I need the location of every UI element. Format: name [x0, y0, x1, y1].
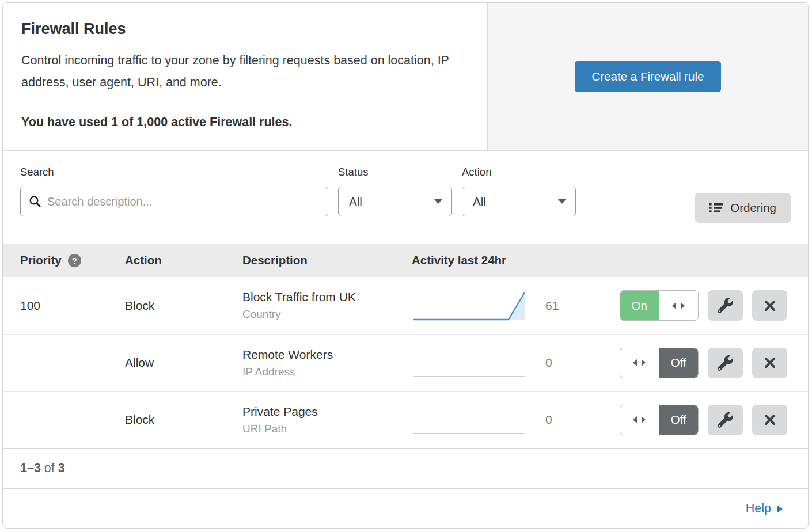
- toggle-state-label: On: [632, 299, 647, 313]
- status-selected-value: All: [349, 195, 362, 208]
- pagination-of-label: of: [41, 461, 58, 476]
- toggle-state-label: Off: [671, 356, 686, 370]
- wrench-icon: [718, 355, 733, 371]
- drag-handle-icon: [671, 301, 686, 310]
- drag-handle-icon: [632, 358, 647, 367]
- close-icon: [762, 355, 778, 371]
- description-cell: Private Pages URI Path: [242, 405, 412, 435]
- activity-count: 0: [545, 356, 571, 370]
- table-body: 100 Block Block Traffic from UK Country …: [3, 277, 808, 448]
- page-title: Firewall Rules: [21, 20, 469, 38]
- column-action: Action: [125, 253, 242, 267]
- table-row: Block Private Pages URI Path 0 Off: [3, 391, 808, 448]
- help-link-label: Help: [746, 501, 771, 516]
- enable-toggle[interactable]: Off Off: [620, 405, 699, 435]
- rule-type: IP Address: [242, 366, 412, 378]
- activity-cell: 0: [412, 345, 620, 381]
- activity-sparkline: [412, 345, 527, 381]
- rule-type: Country: [242, 308, 412, 321]
- page-description: Control incoming traffic to your zone by…: [21, 50, 464, 93]
- status-label: Status: [338, 166, 452, 178]
- intro-panel: Firewall Rules Control incoming traffic …: [3, 3, 487, 150]
- activity-sparkline: [412, 402, 527, 438]
- rule-type: URI Path: [242, 423, 412, 435]
- action-group: Action All: [462, 166, 576, 244]
- toggle-state-label: Off: [671, 413, 686, 427]
- toggle-on-segment[interactable]: On: [620, 291, 659, 320]
- search-input[interactable]: [47, 195, 320, 208]
- action-label: Action: [462, 166, 576, 178]
- action-cell: Allow: [125, 356, 242, 370]
- drag-handle-icon: [632, 415, 647, 424]
- action-cell: Block: [125, 413, 242, 427]
- page-header: Firewall Rules Control incoming traffic …: [3, 3, 808, 151]
- activity-cell: 61: [412, 288, 620, 324]
- enable-toggle[interactable]: Off Off: [620, 348, 699, 378]
- activity-count: 0: [545, 413, 571, 427]
- status-select[interactable]: All: [338, 187, 452, 216]
- filter-bar: Search Status All Action All: [3, 151, 808, 244]
- list-ordering-icon: [709, 202, 723, 214]
- help-link[interactable]: Help: [746, 501, 783, 516]
- chevron-down-icon: [434, 199, 442, 204]
- action-selected-value: All: [473, 195, 486, 208]
- table-header: Priority ? Action Description Activity l…: [3, 244, 808, 277]
- column-description: Description: [242, 253, 412, 267]
- rule-name: Remote Workers: [242, 348, 412, 362]
- help-bar: Help: [3, 488, 808, 528]
- wrench-icon: [718, 412, 733, 428]
- ordering-button-label: Ordering: [730, 201, 776, 215]
- pagination-range: 1–3: [20, 461, 41, 476]
- wrench-icon: [718, 298, 733, 313]
- ordering-button[interactable]: Ordering: [695, 193, 791, 223]
- edit-rule-button[interactable]: [708, 348, 743, 378]
- activity-count: 61: [545, 299, 571, 313]
- search-label: Search: [20, 166, 328, 178]
- enable-toggle[interactable]: On On: [620, 290, 699, 321]
- rule-name: Private Pages: [242, 405, 412, 419]
- usage-summary: You have used 1 of 1,000 active Firewall…: [21, 115, 469, 130]
- close-icon: [762, 412, 778, 428]
- delete-rule-button[interactable]: [752, 405, 787, 435]
- search-icon: [29, 195, 41, 208]
- toggle-handle-segment[interactable]: On: [659, 291, 699, 320]
- rule-name: Block Traffic from UK: [242, 290, 412, 304]
- edit-rule-button[interactable]: [708, 405, 743, 435]
- firewall-rules-card: Firewall Rules Control incoming traffic …: [2, 2, 809, 529]
- delete-rule-button[interactable]: [752, 348, 787, 378]
- cta-panel: Create a Firewall rule: [487, 3, 808, 150]
- chevron-right-icon: [777, 505, 783, 513]
- action-cell: Block: [125, 299, 242, 313]
- row-controls: On On: [620, 290, 787, 321]
- column-activity: Activity last 24hr: [412, 253, 808, 267]
- toggle-handle-segment[interactable]: Off: [620, 348, 659, 378]
- toggle-handle-segment[interactable]: Off: [620, 405, 659, 435]
- activity-cell: 0: [412, 402, 620, 438]
- toggle-off-segment[interactable]: Off: [659, 348, 699, 378]
- edit-rule-button[interactable]: [708, 290, 743, 321]
- priority-help-icon[interactable]: ?: [68, 254, 81, 267]
- column-priority: Priority: [20, 253, 62, 267]
- row-controls: Off Off: [620, 348, 787, 378]
- row-controls: Off Off: [620, 405, 787, 435]
- delete-rule-button[interactable]: [752, 290, 787, 321]
- toggle-off-segment[interactable]: Off: [659, 405, 699, 435]
- action-select[interactable]: All: [462, 187, 576, 216]
- table-row: Allow Remote Workers IP Address 0 Off: [3, 334, 808, 391]
- activity-sparkline: [412, 288, 527, 324]
- search-box[interactable]: [20, 187, 328, 216]
- description-cell: Remote Workers IP Address: [242, 348, 412, 378]
- status-group: Status All: [338, 166, 452, 244]
- priority-cell: 100: [3, 299, 125, 313]
- create-firewall-rule-button[interactable]: Create a Firewall rule: [575, 61, 722, 92]
- search-group: Search: [20, 166, 328, 244]
- pagination-bar: 1–3 of 3: [3, 448, 808, 488]
- chevron-down-icon: [558, 199, 566, 204]
- close-icon: [762, 298, 778, 314]
- description-cell: Block Traffic from UK Country: [242, 290, 412, 321]
- pagination-total: 3: [58, 461, 65, 476]
- table-row: 100 Block Block Traffic from UK Country …: [3, 277, 808, 334]
